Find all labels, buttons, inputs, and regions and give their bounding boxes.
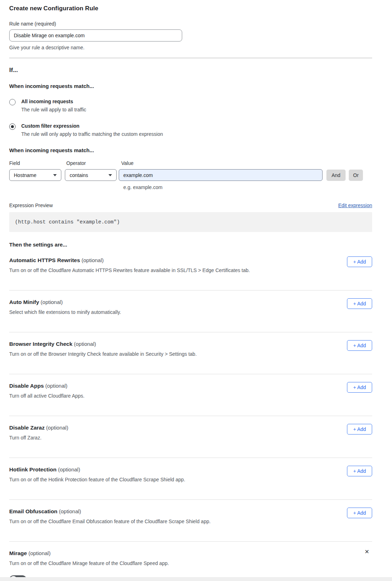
setting-row: Disable Zaraz (optional)Turn off Zaraz.+…: [9, 416, 372, 458]
expression-preview-label: Expression Preview: [9, 203, 53, 208]
rule-name-label: Rule name (required): [9, 21, 363, 27]
add-button[interactable]: + Add: [347, 256, 372, 267]
operator-column-label: Operator: [66, 160, 121, 166]
page-title: Create new Configuration Rule: [9, 5, 363, 12]
setting-optional-label: (optional): [45, 425, 68, 431]
edit-expression-link[interactable]: Edit expression: [338, 203, 372, 208]
setting-title: Email Obfuscation (optional): [9, 508, 372, 515]
setting-name: Automatic HTTPS Rewrites: [9, 257, 80, 263]
field-select[interactable]: Hostname: [9, 169, 61, 181]
setting-optional-label: (optional): [57, 508, 81, 514]
setting-name: Auto Minify: [9, 299, 39, 305]
and-button[interactable]: And: [326, 170, 346, 181]
setting-row: Auto Minify (optional)Select which file …: [9, 290, 372, 332]
setting-description: Turn on or off the Browser Integrity Che…: [9, 351, 321, 357]
add-button[interactable]: + Add: [347, 340, 372, 351]
radio-button-selected[interactable]: [9, 123, 16, 130]
expression-builder: When incoming requests match... Field Op…: [9, 147, 363, 190]
value-helper-text: e.g. example.com: [123, 184, 363, 190]
then-settings-heading: Then the settings are...: [9, 242, 363, 248]
setting-title: Disable Apps (optional): [9, 383, 372, 389]
add-button[interactable]: + Add: [347, 424, 372, 435]
field-column-label: Field: [9, 160, 66, 166]
setting-description: Turn off all active Cloudflare Apps.: [9, 393, 321, 399]
operator-select[interactable]: contains: [65, 169, 116, 181]
setting-title: Auto Minify (optional): [9, 299, 372, 305]
setting-row: Hotlink Protection (optional)Turn on or …: [9, 458, 372, 500]
settings-list: Automatic HTTPS Rewrites (optional)Turn …: [9, 249, 372, 581]
if-heading: If...: [9, 67, 363, 74]
setting-description: Turn on or off the Cloudflare Email Obfu…: [9, 519, 321, 524]
radio-button-unselected[interactable]: [9, 99, 16, 105]
setting-name: Hotlink Protection: [9, 466, 56, 472]
setting-row: Browser Integrity Check (optional)Turn o…: [9, 332, 372, 374]
radio-description: The rule will apply to all traffic: [21, 107, 86, 112]
setting-description: Turn on or off the Hotlink Protection fe…: [9, 477, 321, 482]
rule-name-helper: Give your rule a descriptive name.: [9, 45, 363, 50]
field-select-value: Hostname: [14, 172, 37, 178]
setting-row: Automatic HTTPS Rewrites (optional)Turn …: [9, 249, 372, 290]
setting-title: Automatic HTTPS Rewrites (optional): [9, 257, 372, 264]
radio-label[interactable]: Custom filter expression: [21, 123, 163, 129]
setting-optional-label: (optional): [39, 299, 63, 305]
setting-description: Select which file extensions to minify a…: [9, 309, 321, 315]
chevron-down-icon: [108, 174, 112, 176]
setting-row: Mirage (optional)Turn on or off the Clou…: [9, 542, 372, 581]
rule-name-input[interactable]: [9, 29, 182, 42]
setting-description: Turn on or off the Cloudflare Mirage fea…: [9, 560, 321, 566]
setting-optional-label: (optional): [56, 466, 80, 472]
value-column-label: Value: [121, 160, 134, 166]
builder-heading: When incoming requests match...: [9, 147, 363, 153]
setting-row: Email Obfuscation (optional)Turn on or o…: [9, 500, 372, 542]
setting-optional-label: (optional): [80, 257, 104, 263]
close-icon[interactable]: ✕: [365, 549, 369, 555]
radio-option-all-requests: All incoming requests The rule will appl…: [9, 99, 363, 112]
radio-option-custom-expression: Custom filter expression The rule will o…: [9, 123, 363, 137]
radio-description: The rule will only apply to traffic matc…: [21, 131, 163, 137]
setting-description: Turn off Zaraz.: [9, 435, 321, 441]
setting-title: Hotlink Protection (optional): [9, 466, 372, 473]
operator-select-value: contains: [69, 172, 88, 178]
bottom-strip: [0, 577, 392, 581]
setting-optional-label: (optional): [72, 341, 96, 347]
divider: [9, 58, 372, 58]
expression-text: (http.host contains "example.com"): [15, 219, 120, 225]
expression-preview-box: (http.host contains "example.com"): [9, 212, 372, 232]
setting-optional-label: (optional): [27, 550, 51, 556]
setting-title: Mirage (optional): [9, 550, 372, 557]
setting-name: Disable Zaraz: [9, 425, 45, 431]
value-input[interactable]: [119, 169, 323, 181]
add-button[interactable]: + Add: [347, 466, 372, 476]
add-button[interactable]: + Add: [347, 382, 372, 393]
setting-title: Disable Zaraz (optional): [9, 425, 372, 431]
setting-name: Email Obfuscation: [9, 508, 57, 514]
match-heading: When incoming requests match...: [9, 83, 363, 89]
add-button[interactable]: + Add: [347, 508, 372, 518]
setting-description: Turn on or off the Cloudflare Automatic …: [9, 267, 321, 273]
add-button[interactable]: + Add: [347, 298, 372, 309]
setting-title: Browser Integrity Check (optional): [9, 341, 372, 347]
setting-row: Disable Apps (optional)Turn off all acti…: [9, 374, 372, 416]
configuration-rule-page: Create new Configuration Rule Rule name …: [0, 0, 392, 581]
or-button[interactable]: Or: [349, 170, 363, 181]
chevron-down-icon: [53, 174, 57, 176]
setting-name: Browser Integrity Check: [9, 341, 72, 347]
setting-optional-label: (optional): [44, 383, 68, 389]
radio-label[interactable]: All incoming requests: [21, 99, 86, 104]
setting-name: Disable Apps: [9, 383, 44, 389]
setting-name: Mirage: [9, 550, 27, 556]
